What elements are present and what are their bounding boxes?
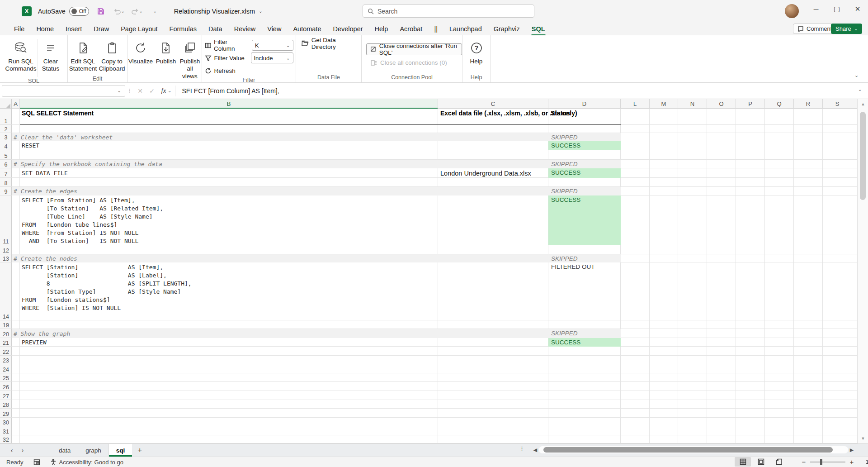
minimize-button[interactable]: ─ [806, 0, 826, 18]
ribbon-tab-formulas[interactable]: Formulas [164, 24, 203, 34]
row-header-9[interactable]: 9 [0, 187, 12, 195]
row-header-13[interactable]: 13 [0, 254, 12, 262]
row-header-26[interactable]: 26 [0, 382, 12, 391]
fx-dropdown-icon[interactable]: ⌄ [168, 88, 171, 93]
help-button[interactable]: ? Help [465, 38, 488, 67]
status-cell-skipped[interactable]: SKIPPED [548, 160, 621, 168]
row-header-14[interactable]: 14 [0, 262, 12, 320]
refresh-button[interactable]: Refresh [205, 65, 293, 76]
redo-button[interactable]: ⌄ [131, 7, 143, 15]
status-mode[interactable]: Ready [6, 459, 24, 466]
column-header-L[interactable]: L [621, 99, 650, 109]
status-cell-skipped[interactable]: SKIPPED [548, 133, 621, 141]
scroll-left-icon[interactable]: ◀ [532, 447, 539, 453]
publish-button[interactable]: Publish [155, 38, 177, 67]
zoom-out-button[interactable]: − [799, 458, 808, 466]
row-header-1[interactable]: 1 [0, 109, 12, 125]
row-header-8[interactable]: 8 [0, 178, 12, 187]
clear-status-button[interactable]: Clear Status [38, 38, 63, 75]
sql-comment-cell[interactable]: # Create the nodes [14, 254, 77, 262]
status-cell-success[interactable]: SUCCESS [548, 338, 621, 347]
expand-formula-bar-icon[interactable]: ⌄ [858, 87, 862, 92]
column-header-A[interactable]: A [12, 99, 20, 109]
select-all-corner[interactable] [0, 99, 12, 109]
prev-sheet-icon[interactable]: ‹ [6, 444, 17, 457]
excel-app-icon[interactable]: X [22, 6, 32, 16]
sheet-tab-graph[interactable]: graph [78, 444, 109, 457]
quick-access-toolbar-menu[interactable]: ⌄ [149, 9, 161, 14]
ribbon-tab-graphviz[interactable]: Graphviz [488, 24, 526, 34]
page-layout-view-button[interactable] [753, 457, 769, 467]
column-header-N[interactable]: N [678, 99, 707, 109]
run-sql-commands-button[interactable]: Run SQL Commands [4, 38, 38, 75]
row-header-32[interactable]: 32 [0, 435, 12, 443]
data-file-cell[interactable]: London Underground Data.xlsx [440, 168, 531, 178]
zoom-slider-thumb[interactable] [820, 459, 822, 465]
row-header-28[interactable]: 28 [0, 400, 12, 409]
sql-statement-cell[interactable]: SET DATA FILE [22, 169, 68, 177]
ribbon-tab--[interactable]: || [428, 24, 443, 34]
close-connections-after-run-button[interactable]: Close connections after 'Run SQL' [366, 43, 462, 55]
row-header-3[interactable]: 3 [0, 133, 12, 141]
macro-record-button[interactable] [33, 459, 40, 466]
sql-comment-cell[interactable]: # Clear the 'data' worksheet [14, 133, 113, 141]
document-title[interactable]: Relationship Visualizer.xlsm [174, 8, 255, 15]
column-header-C[interactable]: C [438, 99, 548, 109]
column-header-S[interactable]: S [823, 99, 852, 109]
row-header-7[interactable]: 7 [0, 168, 12, 178]
page-break-view-button[interactable] [771, 457, 787, 467]
zoom-slider[interactable] [810, 462, 845, 462]
undo-dropdown-icon[interactable]: ⌄ [121, 9, 125, 14]
ribbon-tab-page-layout[interactable]: Page Layout [115, 24, 163, 34]
sheet-tab-sql[interactable]: sql [109, 444, 132, 457]
user-avatar[interactable] [785, 4, 799, 18]
add-sheet-button[interactable]: + [132, 444, 147, 457]
column-header-Q[interactable]: Q [765, 99, 794, 109]
horizontal-scroll-thumb[interactable] [543, 447, 833, 453]
ribbon-tab-file[interactable]: File [8, 24, 30, 34]
ribbon-tab-insert[interactable]: Insert [60, 24, 88, 34]
sql-statement-block-cell[interactable]: SELECT [From Station] AS [Item], [To Sta… [22, 196, 163, 245]
filter-column-dropdown[interactable]: K ⌄ [252, 40, 293, 51]
sql-statement-cell[interactable]: RESET [22, 142, 39, 150]
row-header-12[interactable]: 12 [0, 245, 12, 254]
normal-view-button[interactable] [735, 457, 751, 467]
save-button[interactable] [94, 7, 107, 15]
status-cell-skipped[interactable]: SKIPPED [548, 187, 621, 195]
ribbon-tab-help[interactable]: Help [369, 24, 394, 34]
autosave-toggle[interactable]: Off [69, 7, 89, 16]
row-header-11[interactable]: 11 [0, 195, 12, 245]
visualize-button[interactable]: Visualize [127, 38, 155, 67]
column-header-P[interactable]: P [736, 99, 765, 109]
collapse-ribbon-icon[interactable]: ⌄ [854, 72, 859, 78]
title-dropdown-icon[interactable]: ⌄ [259, 9, 262, 14]
redo-dropdown-icon[interactable]: ⌄ [139, 9, 143, 14]
status-cell-skipped[interactable]: SKIPPED [548, 329, 621, 338]
row-header-27[interactable]: 27 [0, 391, 12, 400]
formula-bar-kebab-icon[interactable]: ⋮ [125, 87, 134, 94]
share-button[interactable]: Share ⌄ [831, 24, 862, 34]
sheet-tab-data[interactable]: data [52, 444, 78, 457]
zoom-percentage[interactable]: 100% [861, 458, 868, 465]
sql-comment-cell[interactable]: # Create the edges [14, 187, 77, 195]
row-header-6[interactable]: 6 [0, 160, 12, 168]
row-header-2[interactable]: 2 [0, 125, 12, 133]
ribbon-tab-sql[interactable]: SQL [526, 24, 551, 34]
row-header-21[interactable]: 21 [0, 338, 12, 347]
undo-button[interactable]: ⌄ [113, 7, 125, 15]
ribbon-tab-home[interactable]: Home [30, 24, 60, 34]
confirm-entry-icon[interactable]: ✓ [146, 87, 158, 95]
tabbar-kebab-icon[interactable]: ⋮ [519, 445, 525, 452]
ribbon-tab-review[interactable]: Review [228, 24, 262, 34]
maximize-button[interactable]: ▢ [826, 0, 847, 18]
scroll-up-icon[interactable]: ▲ [858, 102, 868, 106]
get-data-directory-button[interactable]: Get Data Directory [302, 38, 361, 49]
ribbon-tab-acrobat[interactable]: Acrobat [394, 24, 428, 34]
cancel-entry-icon[interactable]: ✕ [134, 87, 146, 95]
ribbon-tab-view[interactable]: View [261, 24, 287, 34]
row-header-25[interactable]: 25 [0, 373, 12, 382]
column-header-O[interactable]: O [707, 99, 736, 109]
status-cell-success[interactable]: SUCCESS [548, 195, 621, 245]
scroll-down-icon[interactable]: ▼ [858, 436, 868, 441]
ribbon-tab-launchpad[interactable]: Launchpad [443, 24, 488, 34]
